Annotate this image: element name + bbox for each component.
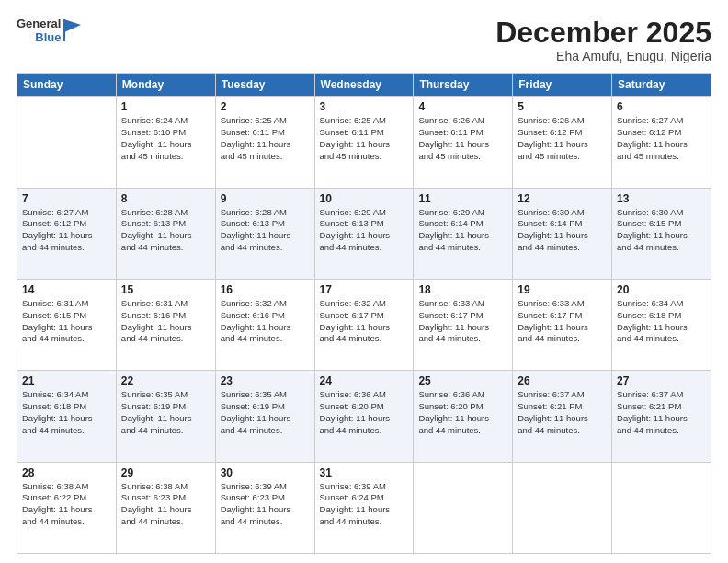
week-row-4: 21Sunrise: 6:34 AMSunset: 6:18 PMDayligh…: [17, 371, 711, 462]
calendar-cell: 19Sunrise: 6:33 AMSunset: 6:17 PMDayligh…: [513, 279, 612, 370]
calendar-cell: 13Sunrise: 6:30 AMSunset: 6:15 PMDayligh…: [612, 188, 711, 279]
day-info: Sunrise: 6:33 AMSunset: 6:17 PMDaylight:…: [518, 298, 607, 345]
day-info: Sunrise: 6:34 AMSunset: 6:18 PMDaylight:…: [22, 389, 111, 436]
weekday-header-tuesday: Tuesday: [215, 74, 314, 97]
week-row-3: 14Sunrise: 6:31 AMSunset: 6:15 PMDayligh…: [17, 279, 711, 370]
day-info: Sunrise: 6:25 AMSunset: 6:11 PMDaylight:…: [320, 115, 409, 162]
calendar-cell: [513, 462, 612, 553]
weekday-header-friday: Friday: [513, 74, 612, 97]
calendar-cell: [612, 462, 711, 553]
day-number: 14: [22, 283, 111, 296]
calendar-cell: 10Sunrise: 6:29 AMSunset: 6:13 PMDayligh…: [314, 188, 414, 279]
day-number: 9: [221, 192, 310, 205]
day-number: 7: [22, 192, 111, 205]
day-info: Sunrise: 6:30 AMSunset: 6:14 PMDaylight:…: [518, 207, 607, 254]
calendar-cell: 29Sunrise: 6:38 AMSunset: 6:23 PMDayligh…: [116, 462, 215, 553]
calendar-cell: 3Sunrise: 6:25 AMSunset: 6:11 PMDaylight…: [314, 97, 414, 188]
calendar-cell: 25Sunrise: 6:36 AMSunset: 6:20 PMDayligh…: [414, 371, 513, 462]
day-info: Sunrise: 6:35 AMSunset: 6:19 PMDaylight:…: [221, 389, 310, 436]
day-number: 28: [22, 466, 111, 479]
logo-blue-text: Blue: [35, 30, 61, 44]
calendar-cell: [17, 97, 117, 188]
calendar-cell: 28Sunrise: 6:38 AMSunset: 6:22 PMDayligh…: [17, 462, 117, 553]
day-number: 5: [518, 100, 607, 113]
day-info: Sunrise: 6:26 AMSunset: 6:12 PMDaylight:…: [518, 115, 607, 162]
day-info: Sunrise: 6:30 AMSunset: 6:15 PMDaylight:…: [617, 207, 706, 254]
day-info: Sunrise: 6:25 AMSunset: 6:11 PMDaylight:…: [221, 115, 310, 162]
page: General Blue December 2025 Eha Amufu, En…: [0, 0, 728, 563]
calendar-cell: 2Sunrise: 6:25 AMSunset: 6:11 PMDaylight…: [215, 97, 314, 188]
weekday-header-row: SundayMondayTuesdayWednesdayThursdayFrid…: [17, 74, 711, 97]
week-row-5: 28Sunrise: 6:38 AMSunset: 6:22 PMDayligh…: [17, 462, 711, 553]
day-number: 4: [418, 100, 507, 113]
weekday-header-saturday: Saturday: [612, 74, 711, 97]
calendar-cell: 23Sunrise: 6:35 AMSunset: 6:19 PMDayligh…: [215, 371, 314, 462]
calendar-cell: 24Sunrise: 6:36 AMSunset: 6:20 PMDayligh…: [314, 371, 414, 462]
month-title: December 2025: [495, 17, 711, 49]
day-number: 11: [418, 192, 507, 205]
weekday-header-monday: Monday: [116, 74, 215, 97]
day-info: Sunrise: 6:31 AMSunset: 6:15 PMDaylight:…: [22, 298, 111, 345]
day-number: 23: [221, 374, 310, 387]
location: Eha Amufu, Enugu, Nigeria: [495, 49, 711, 63]
calendar-cell: 16Sunrise: 6:32 AMSunset: 6:16 PMDayligh…: [215, 279, 314, 370]
calendar-cell: 8Sunrise: 6:28 AMSunset: 6:13 PMDaylight…: [116, 188, 215, 279]
day-number: 26: [518, 374, 607, 387]
week-row-2: 7Sunrise: 6:27 AMSunset: 6:12 PMDaylight…: [17, 188, 711, 279]
day-info: Sunrise: 6:27 AMSunset: 6:12 PMDaylight:…: [22, 207, 111, 254]
calendar-cell: 14Sunrise: 6:31 AMSunset: 6:15 PMDayligh…: [17, 279, 117, 370]
calendar-cell: 20Sunrise: 6:34 AMSunset: 6:18 PMDayligh…: [612, 279, 711, 370]
day-number: 8: [121, 192, 210, 205]
calendar-cell: [414, 462, 513, 553]
weekday-header-sunday: Sunday: [17, 74, 117, 97]
calendar-cell: 12Sunrise: 6:30 AMSunset: 6:14 PMDayligh…: [513, 188, 612, 279]
day-number: 18: [418, 283, 507, 296]
calendar-cell: 15Sunrise: 6:31 AMSunset: 6:16 PMDayligh…: [116, 279, 215, 370]
day-number: 19: [518, 283, 607, 296]
day-number: 21: [22, 374, 111, 387]
header: General Blue December 2025 Eha Amufu, En…: [17, 17, 711, 63]
day-number: 17: [320, 283, 409, 296]
weekday-header-thursday: Thursday: [414, 74, 513, 97]
logo: General Blue: [17, 17, 83, 44]
day-info: Sunrise: 6:35 AMSunset: 6:19 PMDaylight:…: [121, 389, 210, 436]
day-number: 30: [221, 466, 310, 479]
day-number: 20: [617, 283, 706, 296]
day-info: Sunrise: 6:33 AMSunset: 6:17 PMDaylight:…: [418, 298, 507, 345]
day-number: 25: [418, 374, 507, 387]
week-row-1: 1Sunrise: 6:24 AMSunset: 6:10 PMDaylight…: [17, 97, 711, 188]
calendar-table: SundayMondayTuesdayWednesdayThursdayFrid…: [17, 73, 711, 554]
calendar-cell: 6Sunrise: 6:27 AMSunset: 6:12 PMDaylight…: [612, 97, 711, 188]
calendar-cell: 30Sunrise: 6:39 AMSunset: 6:23 PMDayligh…: [215, 462, 314, 553]
weekday-header-wednesday: Wednesday: [314, 74, 414, 97]
calendar-cell: 17Sunrise: 6:32 AMSunset: 6:17 PMDayligh…: [314, 279, 414, 370]
day-info: Sunrise: 6:29 AMSunset: 6:14 PMDaylight:…: [418, 207, 507, 254]
calendar-cell: 11Sunrise: 6:29 AMSunset: 6:14 PMDayligh…: [414, 188, 513, 279]
day-info: Sunrise: 6:39 AMSunset: 6:23 PMDaylight:…: [221, 481, 310, 528]
day-info: Sunrise: 6:29 AMSunset: 6:13 PMDaylight:…: [320, 207, 409, 254]
calendar-cell: 22Sunrise: 6:35 AMSunset: 6:19 PMDayligh…: [116, 371, 215, 462]
title-block: December 2025 Eha Amufu, Enugu, Nigeria: [495, 17, 711, 63]
day-info: Sunrise: 6:36 AMSunset: 6:20 PMDaylight:…: [418, 389, 507, 436]
day-info: Sunrise: 6:28 AMSunset: 6:13 PMDaylight:…: [221, 207, 310, 254]
day-number: 6: [617, 100, 706, 113]
calendar-cell: 7Sunrise: 6:27 AMSunset: 6:12 PMDaylight…: [17, 188, 117, 279]
calendar-cell: 5Sunrise: 6:26 AMSunset: 6:12 PMDaylight…: [513, 97, 612, 188]
day-number: 13: [617, 192, 706, 205]
day-info: Sunrise: 6:24 AMSunset: 6:10 PMDaylight:…: [121, 115, 210, 162]
day-info: Sunrise: 6:36 AMSunset: 6:20 PMDaylight:…: [320, 389, 409, 436]
calendar-cell: 1Sunrise: 6:24 AMSunset: 6:10 PMDaylight…: [116, 97, 215, 188]
day-info: Sunrise: 6:38 AMSunset: 6:23 PMDaylight:…: [121, 481, 210, 528]
calendar-cell: 18Sunrise: 6:33 AMSunset: 6:17 PMDayligh…: [414, 279, 513, 370]
day-info: Sunrise: 6:32 AMSunset: 6:16 PMDaylight:…: [221, 298, 310, 345]
calendar-cell: 31Sunrise: 6:39 AMSunset: 6:24 PMDayligh…: [314, 462, 414, 553]
calendar-cell: 9Sunrise: 6:28 AMSunset: 6:13 PMDaylight…: [215, 188, 314, 279]
logo-general-text: General: [17, 17, 61, 30]
day-number: 24: [320, 374, 409, 387]
svg-marker-0: [64, 19, 81, 32]
day-number: 15: [121, 283, 210, 296]
calendar-cell: 26Sunrise: 6:37 AMSunset: 6:21 PMDayligh…: [513, 371, 612, 462]
day-info: Sunrise: 6:32 AMSunset: 6:17 PMDaylight:…: [320, 298, 409, 345]
day-number: 27: [617, 374, 706, 387]
day-number: 22: [121, 374, 210, 387]
